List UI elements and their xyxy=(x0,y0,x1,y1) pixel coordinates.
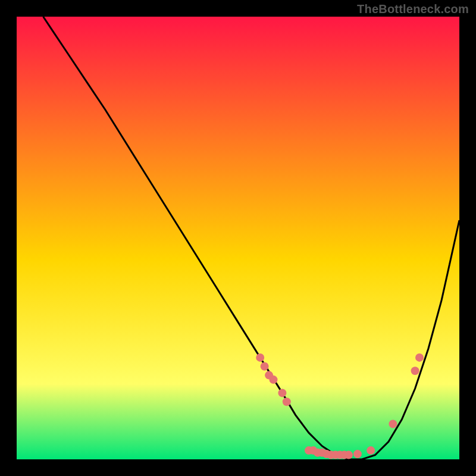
data-marker xyxy=(278,389,286,397)
data-marker xyxy=(270,375,278,384)
data-marker xyxy=(367,446,375,455)
data-marker xyxy=(261,362,269,371)
data-marker xyxy=(389,420,397,428)
chart-container: TheBottleneck.com xyxy=(0,0,476,476)
plot-area xyxy=(17,17,459,459)
watermark-text: TheBottleneck.com xyxy=(357,2,469,16)
plot-background xyxy=(17,17,459,459)
data-marker xyxy=(256,353,264,362)
data-marker xyxy=(411,367,419,375)
data-marker xyxy=(415,353,424,362)
data-marker xyxy=(283,397,291,406)
data-marker xyxy=(353,450,362,458)
data-marker xyxy=(345,451,353,459)
chart-svg xyxy=(17,17,459,459)
